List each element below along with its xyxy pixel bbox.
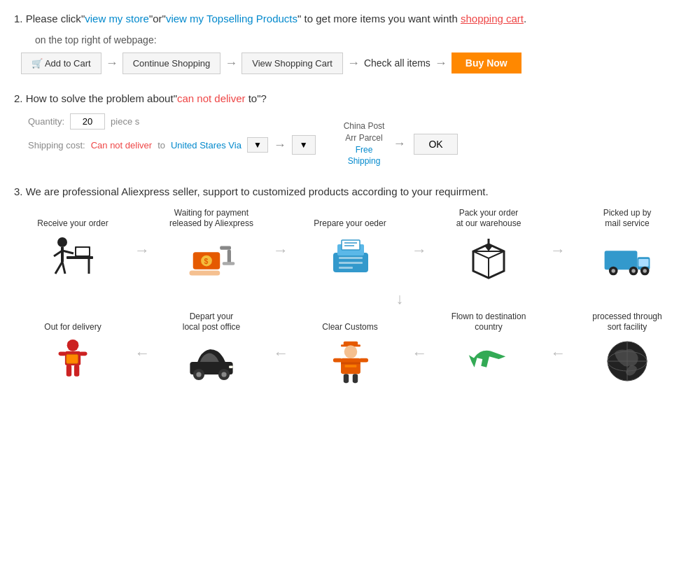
china-post-line2: Arr Parcel: [344, 132, 385, 144]
svg-rect-60: [359, 358, 368, 363]
step-customs: Clear Customs: [291, 311, 409, 386]
arrow-step-2: →: [270, 241, 291, 260]
deliver-right: China Post Arr Parcel FreeShipping → OK: [344, 120, 458, 167]
step-receive-icon: [45, 234, 101, 283]
section3-title: 3. We are professional Aliexpress seller…: [14, 184, 686, 200]
arrow-step-7: →: [409, 345, 430, 363]
svg-rect-23: [342, 240, 360, 250]
svg-rect-17: [190, 270, 220, 275]
svg-point-37: [631, 269, 635, 272]
step-flight-label: Flown to destinationcountry: [451, 311, 526, 333]
deliver-section: Quantity: piece s Shipping cost: Can not…: [14, 113, 686, 167]
arrow-4: →: [435, 56, 447, 71]
svg-point-52: [221, 372, 226, 377]
cannot-deliver-title: can not deliver: [177, 92, 246, 104]
svg-rect-22: [339, 267, 353, 269]
step-customs-icon: [322, 337, 378, 386]
arrow-step-1: →: [132, 241, 153, 260]
shopping-cart-link[interactable]: shopping cart: [461, 13, 524, 24]
add-to-cart-label: Add to Cart: [45, 58, 91, 69]
step-sort-facility-icon: [599, 337, 655, 386]
step-receive-order: Receive your order: [14, 207, 132, 283]
s2-prefix: 2. How to solve the problem about: [14, 92, 174, 104]
arrow-step-5: →: [132, 345, 153, 363]
svg-rect-47: [79, 352, 87, 356]
step-payment-icon: $: [183, 234, 239, 283]
svg-rect-41: [67, 342, 78, 345]
shipping-row: Shipping cost: Can not deliver to United…: [28, 135, 316, 155]
step-sort-facility: processed throughsort facility: [568, 311, 686, 386]
subtitle: on the top right of webpage:: [35, 34, 686, 46]
arrow-step-3: →: [409, 241, 430, 260]
step-pickup-label: Picked up bymail service: [603, 207, 652, 230]
svg-rect-59: [332, 358, 342, 363]
view-topselling-link[interactable]: view my Topselling Products: [166, 13, 298, 24]
arrow-step-8: →: [547, 345, 568, 363]
svg-rect-53: [229, 365, 232, 368]
china-post-line1: China Post: [344, 120, 385, 132]
cart-icon: 🛒: [31, 58, 43, 69]
step-prepare-icon: [322, 234, 378, 283]
china-post-box: China Post Arr Parcel FreeShipping: [344, 120, 385, 167]
section-3: 3. We are professional Aliexpress seller…: [14, 184, 686, 386]
step-depart-post: Depart yourlocal post office: [153, 311, 270, 386]
destination-text: United Stares Via: [171, 140, 241, 150]
step-depart-post-label: Depart yourlocal post office: [183, 311, 241, 333]
step-payment: Waiting for paymentreleased by Aliexpres…: [153, 207, 270, 283]
step-pack-label: Pack your orderat our warehouse: [456, 207, 522, 230]
svg-marker-30: [484, 246, 493, 251]
svg-point-35: [612, 269, 615, 272]
svg-text:$: $: [204, 257, 209, 265]
svg-rect-45: [74, 365, 78, 377]
step-pickup-icon: [599, 234, 655, 283]
svg-line-4: [55, 262, 62, 274]
step-receive-label: Receive your order: [37, 207, 108, 230]
arrow-ok: →: [393, 136, 405, 151]
arrow-shipping: →: [274, 138, 286, 153]
quantity-input[interactable]: [70, 113, 105, 130]
quantity-label: Quantity:: [28, 116, 64, 127]
shipping-method-dropdown[interactable]: ▼: [292, 135, 316, 155]
svg-rect-44: [66, 365, 71, 377]
s2-suffix: to"?: [246, 92, 267, 104]
pieces-label: piece s: [111, 116, 139, 127]
free-shipping-text: FreeShipping: [344, 144, 385, 168]
destination-dropdown[interactable]: ▼: [247, 137, 268, 153]
buy-now-button[interactable]: Buy Now: [451, 52, 522, 74]
quantity-row: Quantity: piece s: [28, 113, 316, 130]
svg-rect-9: [76, 248, 89, 255]
deliver-left: Quantity: piece s Shipping cost: Can not…: [14, 113, 316, 155]
step-prepare-label: Prepare your oeder: [314, 207, 386, 230]
svg-rect-58: [341, 363, 360, 365]
step-payment-label: Waiting for paymentreleased by Aliexpres…: [169, 207, 253, 230]
svg-point-50: [196, 372, 201, 377]
step-out-delivery-label: Out for delivery: [44, 311, 101, 333]
view-cart-button[interactable]: View Shopping Cart: [241, 52, 343, 74]
add-to-cart-button[interactable]: 🛒 Add to Cart: [21, 52, 102, 74]
step-flight: Flown to destinationcountry: [430, 311, 547, 386]
process-row-2: Out for delivery: [14, 311, 686, 386]
section2-title: 2. How to solve the problem about"can no…: [14, 91, 686, 107]
step-pickup: Picked up bymail service: [568, 207, 686, 283]
svg-line-3: [62, 251, 74, 253]
svg-rect-21: [339, 262, 363, 264]
process-row-1: Receive your order: [14, 207, 686, 283]
step-depart-post-icon: [183, 337, 239, 386]
view-store-link[interactable]: view my store: [85, 13, 149, 24]
svg-rect-61: [343, 374, 348, 383]
step-out-delivery: Out for delivery: [14, 311, 132, 386]
step-sort-facility-label: processed throughsort facility: [592, 311, 662, 333]
ok-button[interactable]: OK: [414, 134, 457, 155]
continue-shopping-button[interactable]: Continue Shopping: [122, 52, 221, 74]
arrow-2: →: [225, 56, 237, 71]
arrow-step-6: →: [270, 345, 291, 363]
svg-rect-46: [58, 352, 66, 356]
cart-flow: 🛒 Add to Cart → Continue Shopping → View…: [21, 52, 686, 74]
check-items-text: Check all items: [364, 57, 430, 69]
svg-rect-43: [66, 354, 78, 363]
svg-point-56: [344, 345, 357, 358]
step-flight-icon: [461, 337, 517, 386]
svg-rect-20: [339, 257, 363, 259]
cannot-deliver-text: Can not deliver: [91, 140, 152, 150]
arrow-step-4: →: [547, 241, 568, 260]
